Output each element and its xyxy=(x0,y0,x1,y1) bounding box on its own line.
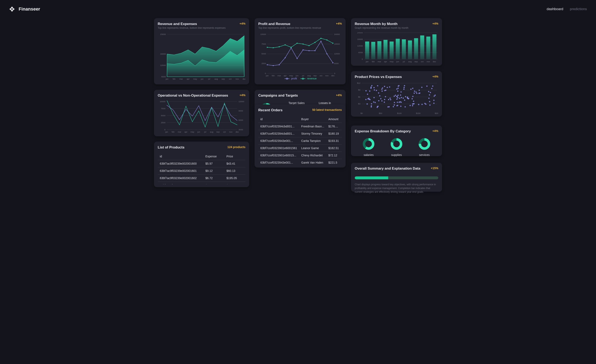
card-title: Profit and Revenue xyxy=(258,22,321,26)
table-row[interactable]: 63bf7ccef0323943e001...Carita Tampion$19… xyxy=(258,137,342,145)
table-row[interactable]: 63bf7ac9f03239e002001602$6.72$195.05 xyxy=(158,175,246,182)
svg-point-185 xyxy=(397,97,398,98)
svg-text:mar: mar xyxy=(277,74,281,77)
svg-rect-101 xyxy=(408,40,412,59)
svg-text:aug: aug xyxy=(307,74,311,77)
svg-text:3000: 3000 xyxy=(238,128,243,131)
svg-point-203 xyxy=(429,101,430,102)
col-count[interactable]: Count xyxy=(341,116,342,123)
svg-point-49 xyxy=(279,64,280,65)
svg-text:24000: 24000 xyxy=(357,32,363,34)
svg-text:$150: $150 xyxy=(416,112,420,114)
card-profit-revenue: Profit and Revenue Top line represents p… xyxy=(254,18,346,84)
nav-predictions[interactable]: predictions xyxy=(570,7,587,11)
svg-point-242 xyxy=(396,105,398,106)
svg-point-184 xyxy=(396,88,398,90)
svg-text:feb: feb xyxy=(172,131,175,133)
svg-point-223 xyxy=(389,87,390,88)
svg-rect-91 xyxy=(377,41,381,59)
svg-point-182 xyxy=(433,100,435,101)
svg-text:6000: 6000 xyxy=(334,62,339,65)
svg-point-264 xyxy=(400,101,401,102)
table-row[interactable]: 63bf7ac9f03239e002001601$9.12$60.13 xyxy=(158,167,246,175)
svg-point-265 xyxy=(394,95,395,97)
svg-text:aug: aug xyxy=(214,78,218,80)
svg-text:0: 0 xyxy=(265,72,266,74)
svg-point-183 xyxy=(396,96,398,97)
svg-point-262 xyxy=(429,94,430,95)
svg-text:mar: mar xyxy=(179,78,183,80)
svg-text:5000: 5000 xyxy=(161,114,165,117)
svg-point-54 xyxy=(309,50,310,51)
col-id[interactable]: id xyxy=(258,116,299,123)
table-row[interactable]: 63bf7ac9f03239e002001603$9.95$46.25 xyxy=(158,182,246,184)
svg-point-161 xyxy=(405,96,406,97)
col-id[interactable]: id xyxy=(158,153,203,160)
card-title: Product Prices vs Expenses xyxy=(355,75,402,79)
svg-text:nov: nov xyxy=(229,131,233,133)
svg-text:2500: 2500 xyxy=(261,62,266,65)
svg-text:jun: jun xyxy=(201,78,203,80)
table-row[interactable]: 63bf7ccef0323901e6001561Leanor Game$182.… xyxy=(258,145,342,152)
svg-point-249 xyxy=(398,85,399,86)
card-title: Revenue Month by Month xyxy=(355,22,409,26)
svg-point-239 xyxy=(421,87,422,88)
svg-text:sep: sep xyxy=(216,131,220,133)
card-products: List of Products 124 products id Expense… xyxy=(154,142,249,187)
svg-point-270 xyxy=(394,102,395,103)
svg-point-259 xyxy=(408,98,409,99)
svg-text:profit: profit xyxy=(291,77,297,80)
svg-point-224 xyxy=(416,93,417,94)
svg-text:$9: $9 xyxy=(358,89,360,91)
kpi-badge: +4% xyxy=(432,22,438,25)
svg-text:may: may xyxy=(390,60,394,63)
col-price[interactable]: Price xyxy=(224,153,246,160)
col-buyer[interactable]: Buyer xyxy=(299,116,326,123)
table-row[interactable]: 63bf7ccef032394cbd001...Stormy Timoney$1… xyxy=(258,130,342,137)
card-subtitle: Graph representing the revenue month by … xyxy=(355,27,409,29)
svg-text:5000: 5000 xyxy=(261,52,266,55)
ring-services: services xyxy=(416,137,433,157)
svg-point-251 xyxy=(413,103,415,104)
card-orders: Recent Orders 50 latest transactions id … xyxy=(254,104,346,167)
svg-point-195 xyxy=(414,91,415,92)
table-row[interactable]: 63bf7ccef032394cbd001...Freedman Basn...… xyxy=(258,123,342,130)
svg-text:revenue: revenue xyxy=(307,77,317,80)
svg-point-55 xyxy=(314,50,316,51)
svg-rect-97 xyxy=(396,39,400,59)
svg-point-220 xyxy=(399,98,400,99)
svg-point-237 xyxy=(428,98,430,99)
logo-icon xyxy=(9,6,15,12)
nav-dashboard[interactable]: dashboard xyxy=(547,7,563,11)
col-expense[interactable]: Expense xyxy=(203,153,224,160)
col-amount[interactable]: Amount xyxy=(326,116,341,123)
svg-text:oct: oct xyxy=(223,131,226,133)
products-table-wrap[interactable]: id Expense Price 63bf7ac9f03239e00200160… xyxy=(158,153,246,184)
ring-label: services xyxy=(416,153,433,157)
svg-text:2500: 2500 xyxy=(161,121,165,124)
svg-text:jul: jul xyxy=(302,74,304,77)
svg-point-48 xyxy=(273,65,274,66)
orders-table-wrap[interactable]: id Buyer Amount Count 63bf7ccef032394cbd… xyxy=(258,116,342,165)
svg-point-196 xyxy=(384,86,385,87)
svg-text:10000: 10000 xyxy=(160,101,165,102)
kpi-badge: +15% xyxy=(431,167,438,170)
order-count: 50 latest transactions xyxy=(312,108,342,111)
table-row[interactable]: 63bf7ccef0323943e001...Garek Van Halen$2… xyxy=(258,159,342,165)
card-title: Revenue and Expenses xyxy=(158,22,226,26)
card-title: Overall Summary and Explanation Data xyxy=(355,167,420,171)
svg-point-230 xyxy=(396,98,398,100)
svg-text:12000: 12000 xyxy=(334,52,340,55)
svg-text:jul: jul xyxy=(403,60,405,63)
table-row[interactable]: 63bf7ccef0323901e60015...Chevy Richardet… xyxy=(258,152,342,159)
svg-text:dec: dec xyxy=(433,60,436,63)
svg-point-190 xyxy=(431,88,432,89)
table-row[interactable]: 63bf7ac9f03239e002001600$5.97$43.41 xyxy=(158,160,246,167)
svg-point-64 xyxy=(297,43,298,44)
svg-text:16000: 16000 xyxy=(160,53,166,55)
svg-point-172 xyxy=(390,99,391,100)
svg-text:jun: jun xyxy=(296,74,298,77)
brand-name: Finanseer xyxy=(19,7,40,12)
bar-chart: 06000120001800024000janfebmaraprmayjunju… xyxy=(355,32,438,63)
svg-point-207 xyxy=(381,88,382,90)
